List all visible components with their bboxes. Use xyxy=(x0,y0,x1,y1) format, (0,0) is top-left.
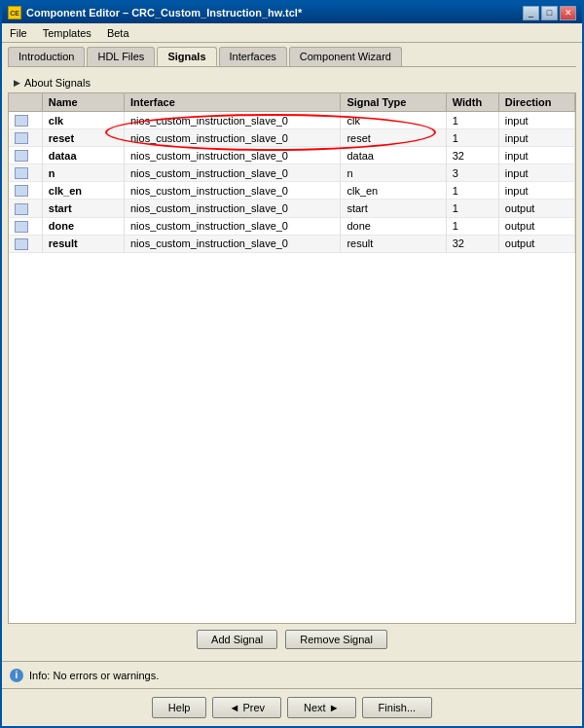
table-row[interactable]: clk nios_custom_instruction_slave_0 clk … xyxy=(9,112,575,129)
menu-templates[interactable]: Templates xyxy=(39,26,95,40)
tabs-row: Introduction HDL Files Signals Interface… xyxy=(2,43,582,66)
row-icon-cell xyxy=(9,147,42,164)
row-signal-type: start xyxy=(341,200,446,217)
row-icon xyxy=(15,167,28,179)
remove-signal-button[interactable]: Remove Signal xyxy=(285,630,387,649)
row-icon xyxy=(15,238,28,250)
table-row[interactable]: start nios_custom_instruction_slave_0 st… xyxy=(9,200,575,217)
row-interface: nios_custom_instruction_slave_0 xyxy=(124,217,340,235)
row-interface: nios_custom_instruction_slave_0 xyxy=(124,182,340,200)
row-direction: output xyxy=(498,217,574,235)
row-width: 1 xyxy=(446,112,498,129)
nav-buttons: Help ◄ Prev Next ► Finish... xyxy=(2,688,582,726)
row-icon xyxy=(15,221,28,233)
col-header-width: Width xyxy=(446,93,498,112)
about-arrow-icon: ▶ xyxy=(14,78,20,88)
tab-signals[interactable]: Signals xyxy=(157,47,216,66)
row-icon xyxy=(15,185,28,197)
row-name: reset xyxy=(42,129,124,147)
tab-hdl-files[interactable]: HDL Files xyxy=(87,47,155,66)
menu-file[interactable]: File xyxy=(6,26,31,40)
table-row[interactable]: clk_en nios_custom_instruction_slave_0 c… xyxy=(9,182,575,200)
row-name: clk_en xyxy=(42,182,124,200)
finish-button[interactable]: Finish... xyxy=(362,697,433,718)
row-name: clk xyxy=(42,112,124,129)
row-icon-cell xyxy=(9,182,42,200)
row-icon-cell xyxy=(9,129,42,147)
table-header-row: Name Interface Signal Type Width Directi… xyxy=(9,93,575,112)
tab-interfaces[interactable]: Interfaces xyxy=(219,47,287,66)
table-row[interactable]: n nios_custom_instruction_slave_0 n 3 in… xyxy=(9,164,575,182)
row-name: result xyxy=(42,235,124,252)
row-icon xyxy=(15,150,28,162)
row-width: 32 xyxy=(446,147,498,164)
col-header-dots xyxy=(9,93,42,112)
titlebar-controls: _ □ ✕ xyxy=(523,6,576,20)
main-window: CE Component Editor – CRC_Custom_Instruc… xyxy=(0,0,584,728)
row-signal-type: n xyxy=(341,164,446,182)
row-width: 1 xyxy=(446,182,498,200)
row-interface: nios_custom_instruction_slave_0 xyxy=(124,112,340,129)
row-icon-cell xyxy=(9,217,42,235)
add-signal-button[interactable]: Add Signal xyxy=(197,630,277,649)
row-direction: output xyxy=(498,235,574,252)
minimize-button[interactable]: _ xyxy=(523,6,539,20)
col-header-name: Name xyxy=(42,93,124,112)
signals-table-container[interactable]: Name Interface Signal Type Width Directi… xyxy=(8,92,576,624)
close-button[interactable]: ✕ xyxy=(560,6,576,20)
row-name: dataa xyxy=(42,147,124,164)
row-interface: nios_custom_instruction_slave_0 xyxy=(124,147,340,164)
table-row[interactable]: dataa nios_custom_instruction_slave_0 da… xyxy=(9,147,575,164)
col-header-direction: Direction xyxy=(498,93,574,112)
row-signal-type: reset xyxy=(341,129,446,147)
titlebar: CE Component Editor – CRC_Custom_Instruc… xyxy=(2,2,582,23)
next-button[interactable]: Next ► xyxy=(287,697,356,718)
row-icon-cell xyxy=(9,235,42,252)
row-interface: nios_custom_instruction_slave_0 xyxy=(124,164,340,182)
row-width: 1 xyxy=(446,200,498,217)
prev-button[interactable]: ◄ Prev xyxy=(212,697,281,718)
row-direction: output xyxy=(498,200,574,217)
menu-beta[interactable]: Beta xyxy=(103,26,133,40)
row-signal-type: result xyxy=(341,235,446,252)
table-row[interactable]: reset nios_custom_instruction_slave_0 re… xyxy=(9,129,575,147)
row-interface: nios_custom_instruction_slave_0 xyxy=(124,129,340,147)
row-width: 32 xyxy=(446,235,498,252)
row-signal-type: clk_en xyxy=(341,182,446,200)
table-row[interactable]: done nios_custom_instruction_slave_0 don… xyxy=(9,217,575,235)
row-icon-cell xyxy=(9,164,42,182)
maximize-button[interactable]: □ xyxy=(541,6,558,20)
row-signal-type: clk xyxy=(341,112,446,129)
bottom-buttons: Add Signal Remove Signal xyxy=(8,624,576,655)
row-signal-type: dataa xyxy=(341,147,446,164)
row-width: 1 xyxy=(446,217,498,235)
row-width: 1 xyxy=(446,129,498,147)
info-message: Info: No errors or warnings. xyxy=(29,670,159,681)
window-title: Component Editor – CRC_Custom_Instructio… xyxy=(26,7,302,18)
row-name: start xyxy=(42,200,124,217)
row-icon-cell xyxy=(9,112,42,129)
table-row[interactable]: result nios_custom_instruction_slave_0 r… xyxy=(9,235,575,252)
info-icon: i xyxy=(10,669,23,682)
row-width: 3 xyxy=(446,164,498,182)
row-icon xyxy=(15,203,28,215)
tab-introduction[interactable]: Introduction xyxy=(8,47,85,66)
about-signals-label: About Signals xyxy=(24,77,91,89)
main-content: ▶ About Signals Name Interface Signal Ty… xyxy=(2,67,582,661)
menubar: File Templates Beta xyxy=(2,23,582,43)
signals-table: Name Interface Signal Type Width Directi… xyxy=(9,93,575,253)
row-icon-cell xyxy=(9,200,42,217)
row-direction: input xyxy=(498,129,574,147)
col-header-interface: Interface xyxy=(124,93,340,112)
col-header-signal-type: Signal Type xyxy=(341,93,446,112)
help-button[interactable]: Help xyxy=(152,697,207,718)
row-direction: input xyxy=(498,164,574,182)
tab-component-wizard[interactable]: Component Wizard xyxy=(289,47,402,66)
row-direction: input xyxy=(498,147,574,164)
row-direction: input xyxy=(498,112,574,129)
row-direction: input xyxy=(498,182,574,200)
titlebar-left: CE Component Editor – CRC_Custom_Instruc… xyxy=(8,6,302,19)
table-wrapper: Name Interface Signal Type Width Directi… xyxy=(8,92,576,624)
row-interface: nios_custom_instruction_slave_0 xyxy=(124,235,340,252)
about-signals-section[interactable]: ▶ About Signals xyxy=(8,73,576,92)
